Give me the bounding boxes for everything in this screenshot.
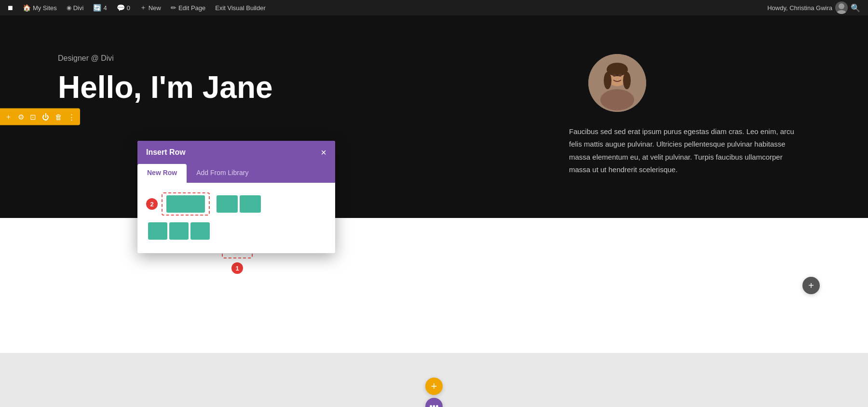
search-icon[interactable]: 🔍 xyxy=(851,3,860,13)
tab-new-row[interactable]: New Row xyxy=(137,164,187,183)
svg-point-4 xyxy=(600,89,634,110)
section-toolbar: ＋ ⚙ ⊡ ⏻ 🗑 ⋮ xyxy=(0,109,80,125)
row-layouts: 2 xyxy=(146,192,326,242)
divi-menu[interactable]: ◉ Divi xyxy=(63,0,88,15)
hero-title: Hello, I'm Jane xyxy=(58,70,540,104)
svg-point-1 xyxy=(837,10,846,14)
wp-logo[interactable]: ■ xyxy=(4,0,17,15)
add-section-gray-button[interactable]: + xyxy=(802,277,820,294)
toolbar-more-icon[interactable]: ⋮ xyxy=(68,112,75,121)
new-menu[interactable]: ＋ New xyxy=(136,0,165,15)
step-1-badge: 1 xyxy=(231,262,243,274)
step-2-badge: 2 xyxy=(146,198,158,210)
comments-menu[interactable]: 💬 0 xyxy=(113,0,134,15)
add-section-orange-button[interactable]: + xyxy=(425,378,443,395)
bottom-buttons: + ••• xyxy=(425,378,443,407)
modal-body: 2 xyxy=(137,183,335,253)
content-section: + 1 + xyxy=(0,218,868,353)
my-sites-menu[interactable]: 🏠 My Sites xyxy=(19,0,61,15)
modal-tabs: New Row Add From Library xyxy=(137,164,335,183)
bottom-section: + ••• xyxy=(0,353,868,407)
hero-subtitle: Designer @ Divi xyxy=(58,54,540,63)
svg-point-7 xyxy=(623,72,631,89)
avatar xyxy=(588,54,646,112)
svg-point-8 xyxy=(613,74,616,77)
exit-visual-builder-button[interactable]: Exit Visual Builder xyxy=(211,0,270,15)
more-options-button[interactable]: ••• xyxy=(425,398,443,407)
tab-add-from-library[interactable]: Add From Library xyxy=(187,164,258,183)
toolbar-settings-icon[interactable]: ⚙ xyxy=(18,112,24,121)
hero-left: Designer @ Divi Hello, I'm Jane Insert R… xyxy=(58,44,540,119)
single-col-layout[interactable] xyxy=(162,192,210,216)
gray-add-area: + xyxy=(802,277,820,294)
toolbar-disable-icon[interactable]: ⏻ xyxy=(42,113,49,121)
hero-section: ＋ ⚙ ⊡ ⏻ 🗑 ⋮ Designer @ Divi Hello, I'm J… xyxy=(0,15,868,218)
user-avatar xyxy=(835,1,848,14)
svg-point-0 xyxy=(839,3,844,9)
svg-point-9 xyxy=(619,74,622,77)
modal-close-button[interactable]: × xyxy=(321,148,326,157)
three-col-layout[interactable] xyxy=(146,220,212,242)
updates-menu[interactable]: 🔄 4 xyxy=(89,0,110,15)
hero-right: Faucibus sed sed erat ipsum purus egesta… xyxy=(569,44,810,176)
modal-header: Insert Row × xyxy=(137,141,335,164)
hero-body-text: Faucibus sed sed erat ipsum purus egesta… xyxy=(569,125,800,176)
admin-bar: ■ 🏠 My Sites ◉ Divi 🔄 4 💬 0 ＋ New ✏ Edit… xyxy=(0,0,868,15)
user-menu[interactable]: Howdy, Christina Gwira 🔍 xyxy=(763,1,864,14)
toolbar-add-icon[interactable]: ＋ xyxy=(5,112,12,122)
two-col-layout[interactable] xyxy=(215,193,263,215)
insert-row-modal: Insert Row × New Row Add From Library 2 xyxy=(137,141,335,253)
page-wrapper: ＋ ⚙ ⊡ ⏻ 🗑 ⋮ Designer @ Divi Hello, I'm J… xyxy=(0,15,868,407)
toolbar-clone-icon[interactable]: ⊡ xyxy=(30,112,36,121)
toolbar-delete-icon[interactable]: 🗑 xyxy=(55,113,62,121)
svg-point-6 xyxy=(604,72,611,89)
modal-title: Insert Row xyxy=(146,148,186,157)
edit-page-button[interactable]: ✏ Edit Page xyxy=(167,0,209,15)
